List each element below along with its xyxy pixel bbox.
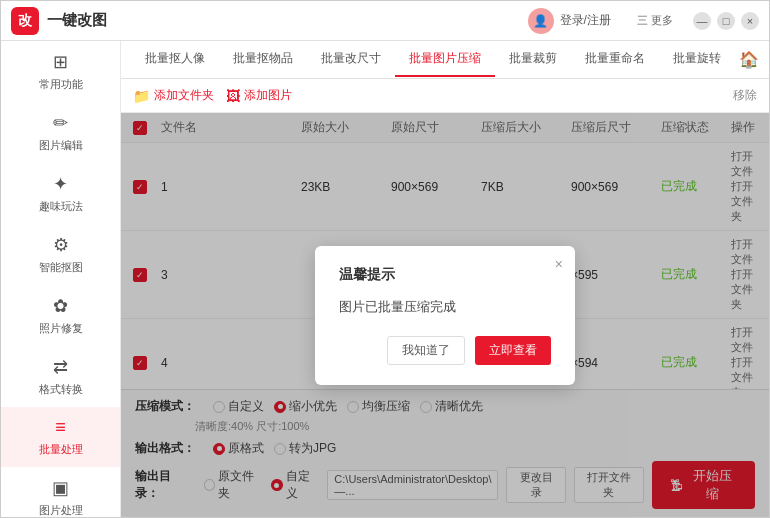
process-icon: ▣	[52, 477, 69, 499]
modal-dialog: 温馨提示 × 图片已批量压缩完成 我知道了 立即查看	[315, 246, 575, 385]
avatar: 👤	[528, 8, 554, 34]
tab-batch-rename[interactable]: 批量重命名	[571, 42, 659, 77]
sidebar-item-label: 格式转换	[39, 382, 83, 397]
modal-cancel-button[interactable]: 我知道了	[387, 336, 465, 365]
close-button[interactable]: ×	[741, 12, 759, 30]
tab-batch-rotate[interactable]: 批量旋转	[659, 42, 735, 77]
batch-icon: ≡	[55, 417, 66, 438]
tab-batch-portrait[interactable]: 批量抠人像	[131, 42, 219, 77]
sidebar-item-fun[interactable]: ✦ 趣味玩法	[1, 163, 120, 224]
user-label[interactable]: 登录/注册	[560, 12, 611, 29]
repair-icon: ✿	[53, 295, 68, 317]
modal-overlay: 温馨提示 × 图片已批量压缩完成 我知道了 立即查看	[121, 113, 769, 517]
home-tab-button[interactable]: 🏠	[739, 50, 759, 69]
sidebar-item-label: 照片修复	[39, 321, 83, 336]
convert-icon: ⇄	[53, 356, 68, 378]
sidebar-item-edit[interactable]: ✏ 图片编辑	[1, 102, 120, 163]
sidebar-item-process[interactable]: ▣ 图片处理	[1, 467, 120, 517]
more-menu-button[interactable]: 三 更多	[631, 11, 679, 30]
app-logo: 改 一键改图	[11, 7, 107, 35]
fun-icon: ✦	[53, 173, 68, 195]
sidebar-item-label: 常用功能	[39, 77, 83, 92]
tab-batch-resize[interactable]: 批量改尺寸	[307, 42, 395, 77]
toolbar: 📁 添加文件夹 🖼 添加图片 移除	[121, 79, 769, 113]
modal-content: 图片已批量压缩完成	[339, 298, 551, 316]
sidebar-item-label: 趣味玩法	[39, 199, 83, 214]
maximize-button[interactable]: □	[717, 12, 735, 30]
tab-batch-compress[interactable]: 批量图片压缩	[395, 42, 495, 77]
window-controls: 三 更多 — □ ×	[631, 11, 759, 30]
right-area: 批量抠人像 批量抠物品 批量改尺寸 批量图片压缩 批量裁剪 批量重命名 批量旋转…	[121, 41, 769, 517]
sidebar: ⊞ 常用功能 ✏ 图片编辑 ✦ 趣味玩法 ⚙ 智能抠图 ✿ 照片修复 ⇄ 格式转…	[1, 41, 121, 517]
sidebar-item-smart[interactable]: ⚙ 智能抠图	[1, 224, 120, 285]
minimize-button[interactable]: —	[693, 12, 711, 30]
app-title: 一键改图	[47, 11, 107, 30]
tab-batch-goods[interactable]: 批量抠物品	[219, 42, 307, 77]
sidebar-item-batch[interactable]: ≡ 批量处理	[1, 407, 120, 467]
modal-close-button[interactable]: ×	[555, 256, 563, 272]
modal-buttons: 我知道了 立即查看	[339, 336, 551, 365]
sidebar-item-repair[interactable]: ✿ 照片修复	[1, 285, 120, 346]
remove-button[interactable]: 移除	[733, 87, 757, 104]
sidebar-item-label: 图片处理	[39, 503, 83, 517]
add-image-button[interactable]: 🖼 添加图片	[226, 87, 292, 104]
modal-title: 温馨提示	[339, 266, 551, 284]
sidebar-item-common[interactable]: ⊞ 常用功能	[1, 41, 120, 102]
add-folder-icon: 📁	[133, 88, 150, 104]
title-bar: 改 一键改图 👤 登录/注册 三 更多 — □ ×	[1, 1, 769, 41]
smart-icon: ⚙	[53, 234, 69, 256]
edit-icon: ✏	[53, 112, 68, 134]
sidebar-item-label: 图片编辑	[39, 138, 83, 153]
add-image-icon: 🖼	[226, 88, 240, 104]
modal-confirm-button[interactable]: 立即查看	[475, 336, 551, 365]
sidebar-item-convert[interactable]: ⇄ 格式转换	[1, 346, 120, 407]
main-content: ⊞ 常用功能 ✏ 图片编辑 ✦ 趣味玩法 ⚙ 智能抠图 ✿ 照片修复 ⇄ 格式转…	[1, 41, 769, 517]
user-area: 👤 登录/注册	[528, 8, 611, 34]
common-icon: ⊞	[53, 51, 68, 73]
tab-batch-crop[interactable]: 批量裁剪	[495, 42, 571, 77]
sidebar-item-label: 批量处理	[39, 442, 83, 457]
tabs-bar: 批量抠人像 批量抠物品 批量改尺寸 批量图片压缩 批量裁剪 批量重命名 批量旋转…	[121, 41, 769, 79]
app-window: 改 一键改图 👤 登录/注册 三 更多 — □ × ⊞ 常用功能 ✏ 图片编辑	[0, 0, 770, 518]
add-folder-button[interactable]: 📁 添加文件夹	[133, 87, 214, 104]
sidebar-item-label: 智能抠图	[39, 260, 83, 275]
logo-icon: 改	[11, 7, 39, 35]
